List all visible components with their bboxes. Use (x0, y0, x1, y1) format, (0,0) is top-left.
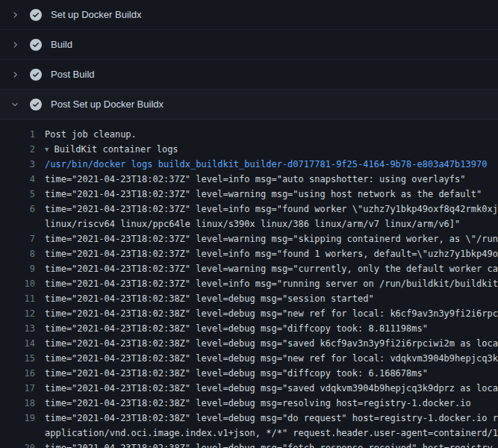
check-circle-icon (30, 39, 42, 51)
log-line: 14 ▼time="2021-04-23T18:02:38Z" level=de… (0, 336, 498, 351)
log-line-text: time="2021-04-23T18:02:38Z" level=debug … (45, 323, 428, 334)
log-line: 19 ▼time="2021-04-23T18:02:38Z" level=de… (0, 411, 498, 426)
log-line: 5 ▼time="2021-04-23T18:02:37Z" level=war… (0, 187, 498, 202)
chevron-right-icon (10, 70, 19, 79)
log-line-text: time="2021-04-23T18:02:38Z" level=debug … (45, 308, 498, 319)
log-line-text: time="2021-04-23T18:02:37Z" level=info m… (45, 249, 498, 259)
log-line: 6 ▼time="2021-04-23T18:02:37Z" level=inf… (0, 202, 498, 217)
log-line-text: time="2021-04-23T18:02:37Z" level=info m… (45, 174, 466, 184)
log-line-text: time="2021-04-23T18:02:37Z" level=warnin… (45, 264, 498, 274)
step-header-post-set-up-docker-buildx[interactable]: Post Set up Docker Buildx (0, 90, 498, 119)
log-line-text: time="2021-04-23T18:02:37Z" level=info m… (45, 204, 498, 214)
log-line: 17 ▼time="2021-04-23T18:02:38Z" level=de… (0, 381, 498, 396)
log-line-number[interactable]: 19 (0, 411, 35, 426)
log-line: 9 ▼time="2021-04-23T18:02:37Z" level=war… (0, 261, 498, 276)
log-line: 20 ▼time="2021-04-23T18:02:38Z" level=de… (0, 441, 498, 448)
log-line-number[interactable]: 1 (0, 127, 35, 142)
log-line-number[interactable]: 16 (0, 366, 35, 381)
chevron-right-icon (10, 10, 19, 19)
log-line-number[interactable]: 18 (0, 396, 35, 411)
log-line-text: time="2021-04-23T18:02:38Z" level=debug … (45, 398, 471, 408)
log-line-number[interactable]: 12 (0, 306, 35, 321)
log-line: 16 ▼time="2021-04-23T18:02:38Z" level=de… (0, 366, 498, 381)
step-label: Post Set up Docker Buildx (51, 99, 164, 110)
log-line-number[interactable]: 5 (0, 187, 35, 202)
log-line: 4 ▼time="2021-04-23T18:02:37Z" level=inf… (0, 172, 498, 187)
log-line-text: time="2021-04-23T18:02:37Z" level=warnin… (45, 189, 482, 199)
chevron-down-icon (10, 100, 19, 109)
log-line-number[interactable] (0, 426, 35, 441)
log-line-text: time="2021-04-23T18:02:37Z" level=info m… (45, 279, 498, 289)
log-line-number[interactable]: 15 (0, 351, 35, 366)
log-line-number[interactable]: 3 (0, 157, 35, 172)
log-line-text: Post job cleanup. (45, 129, 137, 140)
log-line-text: BuildKit container logs (54, 144, 178, 155)
log-line-text: time="2021-04-23T18:02:37Z" level=warnin… (45, 234, 498, 244)
group-toggle-icon[interactable]: ▼ (45, 142, 49, 157)
log-line: 7 ▼time="2021-04-23T18:02:37Z" level=war… (0, 231, 498, 246)
log-line-number[interactable]: 11 (0, 291, 35, 306)
log-line-text: time="2021-04-23T18:02:38Z" level=debug … (45, 383, 498, 393)
step-header-build[interactable]: Build (0, 30, 498, 60)
steps-list: Set up Docker Buildx Build (0, 0, 498, 119)
step-label: Post Build (51, 69, 95, 80)
log-line: 11 ▼time="2021-04-23T18:02:38Z" level=de… (0, 291, 498, 306)
log-line-text: time="2021-04-23T18:02:38Z" level=debug … (45, 368, 428, 379)
log-line-text: time="2021-04-23T18:02:38Z" level=debug … (45, 338, 498, 349)
check-circle-icon (30, 99, 42, 111)
log-line: 12 ▼time="2021-04-23T18:02:38Z" level=de… (0, 306, 498, 321)
log-line: 15 ▼time="2021-04-23T18:02:38Z" level=de… (0, 351, 498, 366)
log-line-text: time="2021-04-23T18:02:38Z" level=debug … (45, 413, 498, 423)
log-line: 18 ▼time="2021-04-23T18:02:38Z" level=de… (0, 396, 498, 411)
log-line: ▼linux/riscv64 linux/ppc64le linux/s390x… (0, 217, 498, 231)
log-line-number[interactable]: 14 (0, 336, 35, 351)
log-line-text: /usr/bin/docker logs buildx_buildkit_bui… (45, 159, 487, 169)
chevron-right-icon (10, 40, 19, 49)
log-line-text: time="2021-04-23T18:02:38Z" level=debug … (45, 443, 493, 448)
log-line-number[interactable]: 9 (0, 261, 35, 276)
step-header-set-up-docker-buildx[interactable]: Set up Docker Buildx (0, 0, 498, 30)
step-label: Set up Docker Buildx (51, 9, 141, 20)
log-line-text: time="2021-04-23T18:02:38Z" level=debug … (45, 293, 374, 304)
log-line: 10 ▼time="2021-04-23T18:02:37Z" level=in… (0, 276, 498, 291)
log-line: 13 ▼time="2021-04-23T18:02:38Z" level=de… (0, 321, 498, 336)
log-line: ▼application/vnd.oci.image.index.v1+json… (0, 426, 498, 441)
log-line: 8 ▼time="2021-04-23T18:02:37Z" level=inf… (0, 246, 498, 261)
check-circle-icon (30, 9, 42, 21)
log-line-number[interactable]: 10 (0, 276, 35, 291)
log-line-number[interactable]: 13 (0, 321, 35, 336)
actions-log-pane: Set up Docker Buildx Build (0, 0, 498, 448)
check-circle-icon (30, 69, 42, 81)
log-line-number[interactable]: 6 (0, 202, 35, 217)
log-line-number[interactable]: 4 (0, 172, 35, 187)
log-line-text: time="2021-04-23T18:02:38Z" level=debug … (45, 353, 498, 364)
log-line-number[interactable] (0, 217, 35, 231)
log-line-text: application/vnd.oci.image.index.v1+json,… (45, 428, 498, 438)
step-label: Build (51, 39, 72, 50)
log-line: 3 ▼/usr/bin/docker logs buildx_buildkit_… (0, 157, 498, 172)
log-output: 1 ▼Post job cleanup. 2 ▼BuildKit contain… (0, 119, 498, 448)
step-header-post-build[interactable]: Post Build (0, 60, 498, 90)
log-line-number[interactable]: 8 (0, 246, 35, 261)
log-line: 2 ▼BuildKit container logs (0, 142, 498, 157)
log-line-number[interactable]: 7 (0, 231, 35, 246)
log-line: 1 ▼Post job cleanup. (0, 127, 498, 142)
log-line-number[interactable]: 17 (0, 381, 35, 396)
log-line-text: linux/riscv64 linux/ppc64le linux/s390x … (45, 219, 460, 229)
log-line-number[interactable]: 2 (0, 142, 35, 157)
log-line-number[interactable]: 20 (0, 441, 35, 448)
